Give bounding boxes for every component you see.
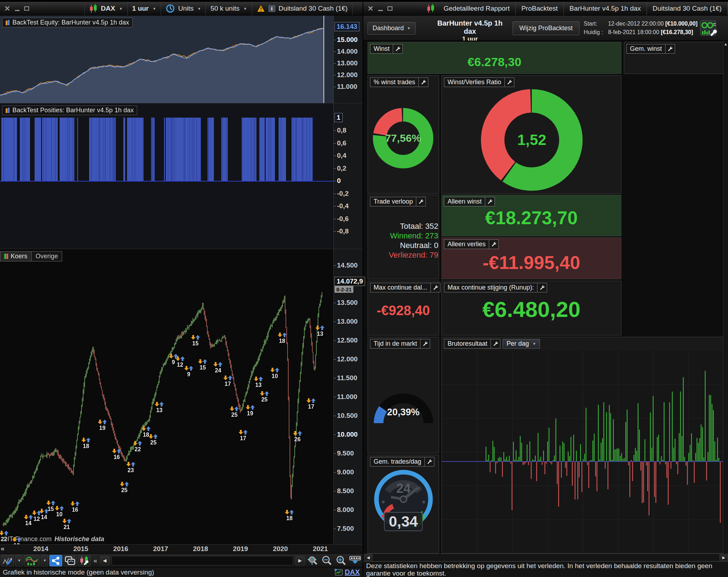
exit-arrow-icon — [112, 449, 117, 453]
zoom-in-icon[interactable] — [334, 555, 347, 566]
axis-tick: 14.000 — [337, 48, 358, 55]
instrument-label: Duitsland 30 Cash (1€) — [279, 5, 348, 12]
exit-arrow-icon — [141, 426, 146, 431]
draw-tool-button[interactable] — [1, 555, 14, 566]
minimize-icon[interactable] — [15, 10, 20, 11]
max-stijging-value: €6.480,20 — [442, 297, 621, 322]
tab-overige[interactable]: Overige — [32, 251, 62, 261]
instrument-group[interactable]: DAX▼ — [84, 2, 128, 15]
wrench-icon[interactable] — [491, 339, 500, 349]
periods-icon[interactable] — [349, 555, 362, 566]
exit-arrow-icon — [39, 509, 44, 513]
entry-arrow-icon — [17, 537, 21, 542]
wrench-icon[interactable] — [485, 197, 495, 206]
axis-tick: 10.500 — [337, 412, 358, 420]
close-icon[interactable]: ✕ — [368, 5, 374, 12]
backtest-title: BarHunter v4.5p 1h dax 1 uur — [434, 19, 505, 43]
positions-plot[interactable]: BackTest Posities: BarHunter v4.5p 1h da… — [0, 103, 333, 249]
horizontal-scrollbar[interactable]: ◀ ▶ — [363, 554, 728, 561]
clock-icon — [166, 4, 175, 13]
wrench-icon[interactable] — [431, 283, 440, 292]
chevron-down-icon: ▼ — [243, 7, 247, 11]
tab-barhunter[interactable]: BarHunter v4.5p 1h dax — [564, 2, 647, 15]
chart-hscrollbar[interactable] — [112, 556, 293, 565]
vertical-scrollbar[interactable]: ▲ ▼ — [723, 41, 728, 561]
axis-tick: 12.000 — [337, 71, 358, 79]
year-label: 2016 — [113, 545, 128, 553]
scroll-right-icon[interactable]: ▶ — [719, 554, 728, 561]
report-window: ✕ Gedetailleerd Rapport ProBacktest BarH… — [363, 0, 728, 577]
dax-quick-link[interactable]: DAX — [334, 568, 360, 576]
zoom-fit-icon[interactable] — [306, 555, 319, 566]
maximize-icon[interactable] — [387, 6, 392, 11]
wrench-icon[interactable] — [537, 283, 547, 292]
scroll-left-button[interactable]: ◀ — [100, 556, 109, 565]
equity-plot[interactable]: BackTest Equity: BarHunter v4.5p 1h dax — [0, 16, 333, 103]
collapse-toolbar-icon[interactable]: « — [93, 557, 97, 565]
scroll-right-button[interactable]: ▶ — [295, 556, 305, 565]
trade-marker: 26 — [291, 431, 304, 442]
chevron-down-icon: ▼ — [152, 7, 156, 11]
scroll-left-icon[interactable]: ◀ — [364, 554, 373, 561]
timeframe-selector[interactable]: 1 uur▼ — [128, 2, 161, 15]
price-plot[interactable]: Koers Overige 22181412141510211618191625… — [0, 249, 333, 544]
entry-arrow-icon — [159, 402, 164, 406]
wrench-icon[interactable] — [425, 457, 434, 467]
collapse-left-icon[interactable]: « — [1, 545, 5, 552]
panel-label: Winst/Verlies Ratio — [444, 77, 505, 87]
per-dag-dropdown[interactable]: Per dag▼ — [503, 339, 540, 349]
wrench-icon[interactable] — [419, 77, 428, 87]
windows-layout-button[interactable] — [64, 555, 76, 566]
minimize-icon[interactable] — [378, 10, 383, 11]
exit-arrow-icon — [293, 431, 298, 436]
warning-icon[interactable] — [257, 5, 265, 12]
trade-marker: 13 — [314, 325, 326, 336]
dashboard-dropdown-button[interactable]: Dashboard▼ — [368, 22, 416, 34]
zoom-out-icon[interactable] — [320, 555, 333, 566]
draw-tool-dropdown[interactable]: ▼ — [15, 555, 22, 566]
maximize-icon[interactable] — [24, 6, 29, 11]
tab-gedetailleerd-rapport[interactable]: Gedetailleerd Rapport — [438, 2, 516, 15]
panel-brutoresultaat: Brutoresultaat Per dag▼ — [441, 337, 724, 554]
wrench-icon[interactable] — [505, 77, 514, 87]
axis-tick: 12.500 — [337, 336, 358, 344]
chart-cursor-line — [323, 16, 324, 103]
trade-marker: 22 — [132, 441, 144, 452]
trade-marker: 25 — [258, 391, 271, 402]
year-label: 2020 — [273, 545, 288, 553]
trade-marker: 15 — [197, 359, 209, 370]
axis-tick: 8.000 — [337, 506, 354, 514]
indicator-dropdown[interactable]: ▼ — [41, 555, 48, 566]
indicator-button[interactable] — [24, 555, 39, 566]
disclaimer: Deze statistieken hebben betrekking op g… — [363, 561, 728, 577]
wrench-icon[interactable] — [665, 44, 675, 54]
trade-marker: 13 — [153, 401, 165, 413]
wrench-icon[interactable] — [416, 197, 426, 206]
units-selector[interactable]: Units▼ — [161, 2, 206, 15]
share-button[interactable] — [49, 555, 62, 566]
wrench-icon[interactable] — [421, 339, 430, 349]
edit-probacktest-button[interactable]: Wijzig ProBacktest — [513, 21, 579, 35]
probacktest-button[interactable] — [78, 555, 91, 566]
axis-tick: 9.500 — [337, 449, 354, 457]
market-selector[interactable]: DAX — [101, 5, 115, 12]
wrench-icon[interactable] — [489, 239, 499, 249]
exit-arrow-icon — [239, 430, 243, 435]
panel-pct-winst-trades: % winst trades 77,56% — [368, 75, 439, 194]
tab-probacktest[interactable]: ProBacktest — [516, 2, 564, 15]
dashboard-settings-icon[interactable] — [700, 20, 718, 37]
panel-label: Alleen verlies — [444, 239, 489, 249]
close-icon[interactable]: ✕ — [4, 5, 10, 12]
entry-arrow-icon — [153, 434, 158, 439]
candlestick-icon — [89, 4, 98, 14]
units-value-selector[interactable]: 50 k units▼ — [206, 2, 252, 15]
trade-marker: 18 — [11, 537, 23, 544]
info-icon[interactable]: i — [268, 5, 275, 12]
exit-arrow-icon — [70, 501, 75, 506]
tab-duitsland-30-cash[interactable]: Duitsland 30 Cash (1€) — [647, 2, 728, 15]
wrench-icon[interactable] — [393, 44, 403, 54]
tab-koers[interactable]: Koers — [0, 251, 32, 261]
panel-label: Max continue dal... — [370, 283, 431, 292]
year-label: 2021 — [313, 545, 328, 553]
scroll-up-icon[interactable]: ▲ — [723, 42, 728, 46]
